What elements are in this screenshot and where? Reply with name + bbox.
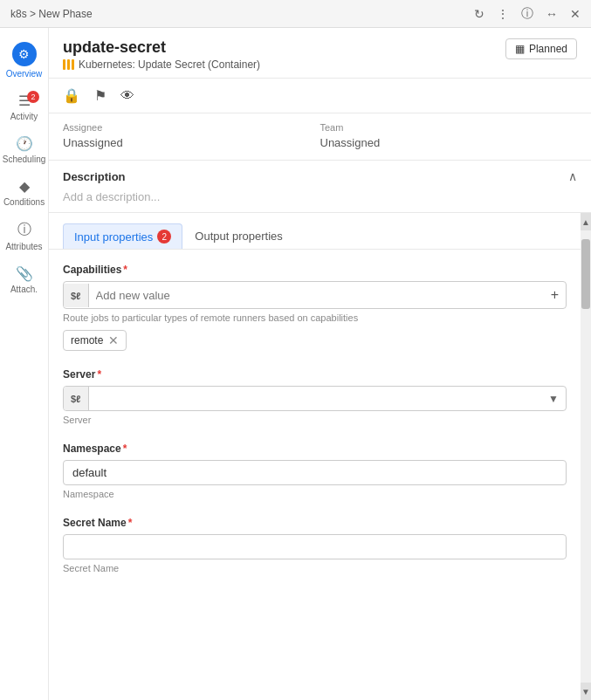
sidebar-item-label: Attach. bbox=[10, 285, 38, 294]
lock-icon[interactable]: 🔒 bbox=[63, 87, 80, 104]
resize-icon[interactable]: ↔ bbox=[546, 7, 558, 21]
title-bar: k8s > New Phase ↻ ⋮ ⓘ ↔ ✕ bbox=[0, 0, 591, 28]
team-value: Unassigned bbox=[320, 136, 578, 149]
sidebar-item-attach[interactable]: 📎 Attach. bbox=[0, 258, 48, 301]
planned-icon: ▦ bbox=[515, 43, 525, 55]
sidebar: ⚙ Overview 2 ☰ Activity 🕐 Scheduling ◆ C… bbox=[0, 28, 49, 700]
scroll-track bbox=[581, 230, 591, 683]
activity-badge: 2 bbox=[27, 91, 39, 103]
info-icon[interactable]: ⓘ bbox=[521, 6, 533, 22]
header-left: update-secret Kubernetes: Update Secret … bbox=[63, 38, 260, 71]
sidebar-item-overview[interactable]: ⚙ Overview bbox=[0, 35, 48, 86]
capabilities-prefix: $ℓ bbox=[64, 284, 89, 307]
capabilities-required: * bbox=[123, 264, 127, 276]
secret-name-hint: Secret Name bbox=[63, 563, 567, 573]
capabilities-label: Capabilities * bbox=[63, 264, 567, 276]
title-bar-actions: ↻ ⋮ ⓘ ↔ ✕ bbox=[474, 6, 581, 22]
more-icon[interactable]: ⋮ bbox=[497, 7, 509, 21]
tag-remove-button[interactable]: ✕ bbox=[108, 333, 119, 347]
capabilities-input-wrapper: $ℓ + bbox=[63, 281, 567, 309]
app-body: ⚙ Overview 2 ☰ Activity 🕐 Scheduling ◆ C… bbox=[0, 28, 591, 700]
sidebar-item-label: Conditions bbox=[3, 197, 45, 207]
secret-name-label: Secret Name * bbox=[63, 517, 567, 529]
description-collapse-icon[interactable]: ∧ bbox=[568, 169, 577, 183]
secret-name-group: Secret Name * Secret Name bbox=[63, 517, 567, 573]
server-select[interactable] bbox=[89, 387, 542, 410]
attach-icon: 📎 bbox=[16, 265, 33, 282]
assignee-column: Assignee Unassigned bbox=[63, 122, 320, 149]
namespace-group: Namespace * Namespace bbox=[63, 443, 567, 499]
server-label: Server * bbox=[63, 368, 567, 381]
subtitle-bars-icon bbox=[63, 59, 74, 70]
secret-name-input[interactable] bbox=[63, 534, 567, 559]
planned-button[interactable]: ▦ Planned bbox=[505, 38, 577, 59]
assignee-value: Unassigned bbox=[63, 136, 320, 149]
capabilities-input[interactable] bbox=[89, 284, 544, 307]
sidebar-item-label: Scheduling bbox=[3, 154, 45, 164]
description-section: Description ∧ Add a description... bbox=[49, 161, 591, 213]
team-column: Team Unassigned bbox=[320, 122, 578, 149]
server-hint: Server bbox=[63, 415, 567, 425]
capabilities-group: Capabilities * $ℓ + Route jobs to partic… bbox=[63, 264, 567, 351]
server-input-wrapper: $ℓ ▼ bbox=[63, 386, 567, 411]
conditions-icon: ◆ bbox=[19, 178, 30, 195]
tag-label: remote bbox=[71, 334, 103, 347]
capability-tag-remote: remote ✕ bbox=[63, 330, 127, 351]
tabs-bar: Input properties 2 Output properties bbox=[49, 213, 581, 250]
tab-output-label: Output properties bbox=[195, 230, 282, 243]
sidebar-item-label: Overview bbox=[6, 69, 43, 79]
content-area: update-secret Kubernetes: Update Secret … bbox=[49, 28, 591, 700]
server-chevron-icon: ▼ bbox=[541, 393, 566, 405]
planned-label: Planned bbox=[529, 43, 567, 55]
capabilities-add-button[interactable]: + bbox=[544, 282, 566, 308]
capabilities-tags: remote ✕ bbox=[63, 330, 567, 351]
scroll-area: Input properties 2 Output properties Cap… bbox=[49, 213, 591, 700]
page-title: update-secret bbox=[63, 38, 260, 57]
scheduling-icon: 🕐 bbox=[16, 135, 33, 152]
attributes-icon: ⓘ bbox=[17, 221, 31, 239]
close-icon[interactable]: ✕ bbox=[570, 7, 581, 21]
server-required: * bbox=[97, 368, 101, 381]
capabilities-hint: Route jobs to particular types of remote… bbox=[63, 312, 567, 323]
breadcrumb: k8s > New Phase bbox=[10, 8, 93, 20]
refresh-icon[interactable]: ↻ bbox=[474, 7, 484, 21]
sidebar-item-label: Activity bbox=[10, 112, 38, 121]
team-label: Team bbox=[320, 122, 578, 133]
namespace-hint: Namespace bbox=[63, 489, 567, 499]
eye-icon[interactable]: 👁 bbox=[120, 88, 134, 104]
tab-input-label: Input properties bbox=[74, 230, 153, 244]
tab-input-properties[interactable]: Input properties 2 bbox=[63, 223, 182, 249]
sidebar-item-activity[interactable]: 2 ☰ Activity bbox=[0, 86, 48, 128]
scroll-panel: ▲ ▼ bbox=[581, 213, 591, 700]
content-header: update-secret Kubernetes: Update Secret … bbox=[49, 28, 591, 79]
tab-output-properties[interactable]: Output properties bbox=[184, 223, 292, 249]
namespace-input[interactable] bbox=[63, 460, 567, 485]
subtitle-text: Kubernetes: Update Secret (Container) bbox=[79, 58, 260, 71]
namespace-label: Namespace * bbox=[63, 443, 567, 455]
description-placeholder[interactable]: Add a description... bbox=[63, 190, 577, 203]
server-prefix: $ℓ bbox=[64, 387, 89, 410]
scroll-up-button[interactable]: ▲ bbox=[581, 213, 591, 230]
subtitle: Kubernetes: Update Secret (Container) bbox=[63, 58, 260, 71]
description-header: Description ∧ bbox=[63, 169, 577, 183]
scroll-down-button[interactable]: ▼ bbox=[581, 683, 591, 700]
assignee-team-row: Assignee Unassigned Team Unassigned bbox=[49, 113, 591, 161]
description-title: Description bbox=[63, 170, 126, 183]
assignee-label: Assignee bbox=[63, 122, 320, 133]
namespace-required: * bbox=[123, 443, 127, 455]
secret-name-required: * bbox=[128, 517, 133, 529]
main-scroll[interactable]: Input properties 2 Output properties Cap… bbox=[49, 213, 581, 700]
sidebar-item-scheduling[interactable]: 🕐 Scheduling bbox=[0, 128, 48, 171]
sidebar-item-conditions[interactable]: ◆ Conditions bbox=[0, 171, 48, 214]
overview-icon: ⚙ bbox=[12, 42, 37, 66]
flag-icon[interactable]: ⚑ bbox=[94, 87, 107, 104]
scroll-thumb[interactable] bbox=[581, 239, 590, 309]
form-content: Capabilities * $ℓ + Route jobs to partic… bbox=[49, 250, 581, 605]
tab-input-badge: 2 bbox=[157, 230, 171, 244]
sidebar-item-attributes[interactable]: ⓘ Attributes bbox=[0, 214, 48, 258]
server-group: Server * $ℓ ▼ Server bbox=[63, 368, 567, 425]
toolbar: 🔒 ⚑ 👁 bbox=[49, 79, 591, 113]
sidebar-item-label: Attributes bbox=[5, 242, 42, 251]
